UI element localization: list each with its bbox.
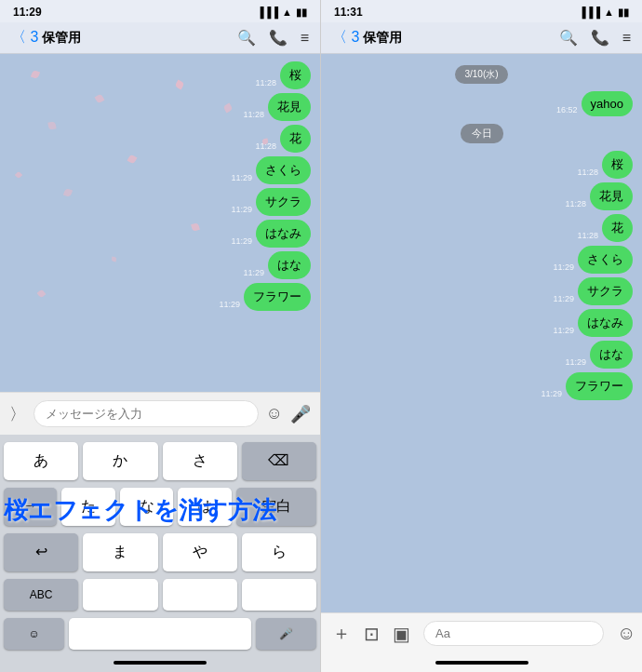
msg-time: 11:28 (255, 78, 276, 87)
kb-key-sa[interactable]: さ (163, 442, 237, 480)
msg-time: 11:29 (565, 357, 586, 367)
left-menu-icon[interactable]: ≡ (301, 30, 309, 47)
wifi-icon: ▲ (282, 7, 292, 18)
battery-icon: ▮▮ (618, 7, 629, 19)
kb-key-a[interactable]: あ (4, 442, 78, 480)
table-row: 11:29 サクラ (553, 277, 633, 305)
msg-time: 11:29 (553, 326, 574, 335)
expand-icon[interactable]: 〉 (9, 403, 26, 425)
msg-bubble: はな (590, 341, 633, 369)
msg-time: 11:29 (231, 205, 252, 214)
signal-icon: ▐▐▐ (257, 7, 278, 18)
kb-key-undo[interactable]: ↩ (4, 533, 78, 571)
table-row: 11:29 はな (565, 341, 633, 369)
kb-key-ra[interactable]: ら (242, 533, 316, 571)
msg-bubble: フラワー (566, 372, 633, 400)
right-header-icons: 🔍 📞 ≡ (559, 29, 631, 47)
wifi-icon: ▲ (604, 7, 614, 18)
kb-key-ya[interactable]: や (163, 533, 237, 571)
msg-time: 11:29 (231, 236, 252, 246)
msg-time: 11:29 (553, 262, 574, 272)
left-search-icon[interactable]: 🔍 (237, 29, 256, 47)
left-phone-panel: 11:29 ▐▐▐ ▲ ▮▮ 〈 3 保管用 🔍 📞 ≡ (0, 0, 321, 672)
right-search-icon[interactable]: 🔍 (559, 29, 578, 47)
msg-bubble: サクラ (256, 188, 311, 216)
right-home-bar (435, 661, 528, 665)
left-chat-bg: 11:28 桜 11:28 花見 11:28 花 11:29 さくら 11:29… (0, 54, 320, 392)
table-row: 11:28 花見 (243, 93, 311, 121)
right-home-indicator (321, 653, 642, 672)
table-row: 11:29 はなみ (553, 309, 633, 337)
kb-mic-key[interactable]: 🎤 (256, 618, 316, 650)
kb-key-na[interactable]: な (120, 488, 173, 526)
right-menu-icon[interactable]: ≡ (622, 30, 631, 47)
kb-key-ha[interactable]: は (178, 488, 231, 526)
table-row: 11:28 花見 (565, 182, 633, 210)
msg-time: 11:29 (243, 268, 264, 277)
table-row: 11:28 花 (255, 125, 311, 153)
msg-bubble: さくら (256, 156, 311, 184)
right-phone-icon[interactable]: 📞 (591, 29, 609, 47)
kb-emoji-key[interactable]: ☺ (4, 618, 64, 650)
kb-key-abc[interactable]: ABC (4, 579, 78, 611)
add-icon[interactable]: ＋ (332, 621, 351, 646)
kb-space-bar[interactable] (69, 618, 251, 650)
msg-time: 11:28 (243, 110, 264, 119)
kb-key-space[interactable]: 空白 (236, 488, 316, 526)
left-back-button[interactable]: 〈 3 (11, 28, 38, 47)
table-row: 11:29 さくら (553, 246, 633, 274)
msg-bubble: 花見 (268, 93, 311, 121)
kb-key-empty3 (242, 579, 316, 611)
table-row: 11:29 サクラ (231, 188, 311, 216)
msg-time: 16:52 (556, 105, 578, 114)
msg-time: 11:29 (219, 300, 240, 309)
right-message-input[interactable] (423, 621, 604, 646)
msg-bubble: 花 (602, 214, 633, 242)
kb-key-arrow[interactable]: → (4, 488, 57, 526)
left-status-time: 11:29 (13, 6, 42, 19)
table-row: 11:28 桜 (577, 151, 633, 179)
right-phone-panel: 11:31 ▐▐▐ ▲ ▮▮ 〈 3 保管用 🔍 📞 ≡ 3/10(水) 16:… (321, 0, 642, 672)
kb-key-ma[interactable]: ま (83, 533, 157, 571)
kb-row-3: ↩ ま や ら (4, 533, 316, 571)
left-phone-icon[interactable]: 📞 (269, 29, 288, 47)
today-badge: 今日 (461, 124, 503, 143)
msg-bubble: はなみ (256, 220, 311, 248)
date-badge: 3/10(水) (455, 65, 507, 84)
msg-time: 11:28 (577, 168, 598, 177)
left-header-icons: 🔍 📞 ≡ (237, 29, 309, 47)
msg-bubble: はな (268, 251, 311, 279)
camera-icon[interactable]: ⊡ (364, 623, 380, 645)
right-status-time: 11:31 (334, 6, 363, 19)
right-emoji-icon[interactable]: ☺ (617, 623, 635, 644)
kb-key-ta[interactable]: た (61, 488, 114, 526)
msg-time: 11:28 (577, 231, 598, 240)
left-chat-messages: 11:28 桜 11:28 花見 11:28 花 11:29 さくら 11:29… (0, 54, 320, 392)
kb-key-backspace[interactable]: ⌫ (242, 442, 316, 480)
table-row: 16:52 yahoo (556, 91, 633, 116)
kb-key-ka[interactable]: か (83, 442, 157, 480)
right-back-button[interactable]: 〈 3 (332, 28, 359, 47)
left-status-bar: 11:29 ▐▐▐ ▲ ▮▮ (0, 0, 320, 22)
table-row: 11:28 花 (577, 214, 633, 242)
msg-bubble: 桜 (280, 61, 311, 89)
msg-bubble: さくら (578, 246, 633, 274)
table-row: 11:29 フラワー (541, 372, 633, 400)
left-keyboard: あ か さ ⌫ → た な は 空白 ↩ ま や ら ABC ☺ 🎤 (0, 435, 320, 653)
table-row: 11:29 はな (243, 251, 311, 279)
right-chat-bg: 3/10(水) 16:52 yahoo 今日 11:28 桜 11:28 花見 … (321, 54, 642, 612)
left-input-bar: 〉 ☺ 🎤 (0, 392, 320, 435)
right-status-bar: 11:31 ▐▐▐ ▲ ▮▮ (321, 0, 642, 22)
image-icon[interactable]: ▣ (393, 623, 410, 645)
msg-time: 11:29 (541, 389, 562, 398)
msg-bubble: 桜 (602, 151, 633, 179)
msg-bubble: 花見 (590, 182, 633, 210)
right-chat-header: 〈 3 保管用 🔍 📞 ≡ (321, 22, 642, 54)
msg-time: 11:28 (255, 141, 276, 151)
emoji-icon[interactable]: ☺ (266, 404, 283, 423)
msg-bubble: yahoo (582, 91, 633, 116)
msg-time: 11:29 (231, 173, 252, 182)
right-chat-messages: 3/10(水) 16:52 yahoo 今日 11:28 桜 11:28 花見 … (321, 54, 642, 612)
mic-icon[interactable]: 🎤 (290, 404, 311, 424)
message-input[interactable] (33, 400, 259, 427)
